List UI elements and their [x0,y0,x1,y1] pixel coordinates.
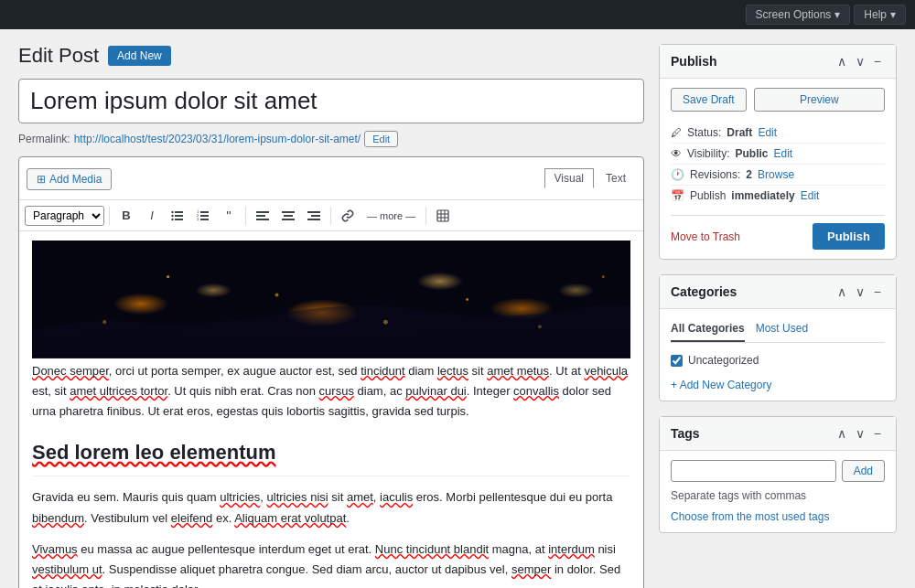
svg-rect-21 [437,210,448,221]
status-row: 🖊 Status: Draft Edit [671,123,885,144]
publish-collapse-up[interactable]: ∧ [834,52,850,70]
categories-close[interactable]: − [870,283,885,301]
svg-point-4 [171,214,173,216]
categories-box: Categories ∧ ∨ − All Categories Most Use… [659,274,897,401]
tags-collapse-up[interactable]: ∧ [834,424,850,443]
publish-controls: ∧ ∨ − [834,52,885,70]
edit-permalink-button[interactable]: Edit [364,131,398,147]
toolbar-separator-3 [330,207,331,225]
add-new-category-link[interactable]: + Add New Category [671,379,771,391]
align-left-icon [256,209,269,222]
svg-rect-17 [282,219,295,220]
categories-collapse-up[interactable]: ∧ [834,283,850,301]
svg-rect-19 [311,215,320,217]
add-media-button[interactable]: ⊞ Add Media [27,168,112,190]
publish-button[interactable]: Publish [813,223,885,250]
tags-close[interactable]: − [870,424,885,443]
visibility-value: Public [735,147,768,160]
publish-title: Publish [671,54,717,69]
save-draft-button[interactable]: Save Draft [671,88,747,112]
top-bar: Screen Options ▾ Help ▾ [0,0,915,29]
uncategorized-checkbox[interactable] [671,355,683,367]
tags-controls: ∧ ∨ − [834,424,885,443]
tags-body: Add Separate tags with commas Choose fro… [660,451,896,532]
svg-point-37 [466,298,468,301]
chevron-down-icon: ▾ [890,8,896,21]
tab-visual[interactable]: Visual [544,168,594,188]
categories-box-header: Categories ∧ ∨ − [660,275,896,309]
svg-point-32 [558,283,595,298]
move-to-trash-button[interactable]: Move to Trash [671,230,740,243]
revisions-row: 🕐 Revisions: 2 Browse [671,165,885,186]
publish-box-header: Publish ∧ ∨ − [660,45,896,79]
svg-rect-8 [200,219,209,220]
svg-rect-6 [200,211,209,213]
editor-container: ⊞ Add Media Visual Text Paragraph B I [18,156,644,588]
svg-rect-13 [256,215,265,217]
publish-collapse-down[interactable]: ∨ [852,52,868,70]
publish-box: Publish ∧ ∨ − Save Draft Preview 🖊 Statu… [659,44,897,260]
link-button[interactable] [336,206,360,226]
svg-point-35 [275,293,279,296]
italic-button[interactable]: I [140,205,164,226]
svg-rect-14 [256,219,269,220]
svg-rect-7 [200,215,209,217]
align-left-button[interactable] [251,206,274,226]
tags-title: Tags [671,426,700,441]
category-list: Uncategorized [671,352,885,369]
visibility-row: 👁 Visibility: Public Edit [671,144,885,165]
svg-point-30 [417,273,463,291]
categories-controls: ∧ ∨ − [834,283,885,301]
toolbar-separator-4 [425,207,426,225]
tags-box-header: Tags ∧ ∨ − [660,417,896,451]
tags-add-button[interactable]: Add [842,460,885,482]
post-title-input[interactable] [18,79,644,123]
publish-box-body: Save Draft Preview 🖊 Status: Draft Edit … [660,79,896,259]
help-button[interactable]: Help ▾ [854,5,906,25]
most-used-tab[interactable]: Most Used [756,318,808,342]
tab-text[interactable]: Text [596,168,636,188]
ordered-list-button[interactable]: 123 [191,206,215,226]
tags-input[interactable] [671,460,836,482]
chevron-down-icon: ▾ [834,8,840,21]
editor-image [32,241,630,350]
publish-time-value: immediately [731,189,794,202]
bold-button[interactable]: B [114,205,138,226]
visibility-edit-link[interactable]: Edit [773,147,792,160]
screen-options-button[interactable]: Screen Options ▾ [746,5,851,25]
unordered-list-button[interactable] [166,206,189,226]
categories-body: All Categories Most Used Uncategorized +… [660,309,896,401]
svg-point-34 [167,275,169,278]
more-button[interactable]: — more — [361,207,421,225]
table-button[interactable] [431,206,455,226]
sidebar: Publish ∧ ∨ − Save Draft Preview 🖊 Statu… [659,44,897,588]
align-right-icon [307,209,320,222]
choose-tags-link[interactable]: Choose from the most used tags [671,510,829,523]
align-right-button[interactable] [302,206,326,226]
preview-button[interactable]: Preview [754,88,885,112]
publish-time-icon: 📅 [671,189,684,202]
revisions-browse-link[interactable]: Browse [758,168,794,181]
svg-point-39 [602,275,605,278]
editor-content[interactable]: Donec semper, orci ut porta semper, ex a… [19,231,643,588]
page-title: Edit Post [18,44,99,68]
revisions-value: 2 [746,168,752,181]
status-edit-link[interactable]: Edit [758,126,777,139]
align-center-button[interactable] [276,206,300,226]
format-select[interactable]: Paragraph [25,206,104,226]
svg-rect-2 [175,219,183,220]
svg-text:3: 3 [197,217,199,221]
svg-point-27 [113,293,167,315]
all-categories-tab[interactable]: All Categories [671,318,745,342]
tags-collapse-down[interactable]: ∨ [852,424,868,443]
status-value: Draft [727,126,752,139]
blockquote-button[interactable]: " [217,204,241,227]
publish-time-edit-link[interactable]: Edit [801,189,820,202]
add-new-button[interactable]: Add New [108,46,171,66]
publish-close[interactable]: − [870,52,885,70]
category-item-uncategorized: Uncategorized [671,352,885,369]
tags-hint: Separate tags with commas [671,489,885,502]
svg-rect-12 [256,211,269,213]
permalink-url[interactable]: http://localhost/test/2023/03/31/lorem-i… [74,133,361,145]
categories-collapse-down[interactable]: ∨ [852,283,868,301]
